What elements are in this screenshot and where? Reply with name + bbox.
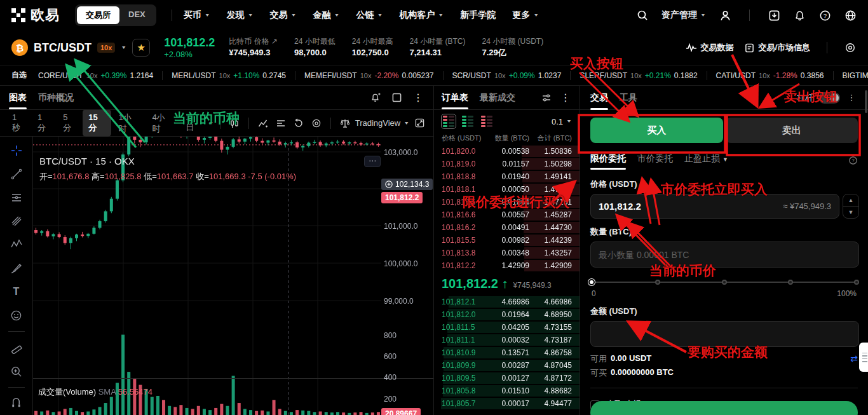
tab-orderbook[interactable]: 订单表 <box>442 86 468 109</box>
alert-bell-plus-icon[interactable] <box>369 92 381 104</box>
market-info-link[interactable]: 交易/市场信息 <box>745 42 810 53</box>
timeframe-5分[interactable]: 5分 <box>57 109 81 137</box>
orderbook-row[interactable]: 101,816.60.005571.45287 <box>434 208 580 221</box>
ruler-tool-icon[interactable] <box>9 340 24 355</box>
timeframe-1小时[interactable]: 1小时 <box>112 109 145 138</box>
menu-item[interactable]: 公链▼ <box>356 10 383 21</box>
view-asks-icon[interactable] <box>480 114 494 128</box>
tab-recent-trades[interactable]: 最新成交 <box>480 86 515 109</box>
mode-tab-交易所[interactable]: 交易所 <box>77 6 119 24</box>
orderbook-kebab-menu-icon[interactable]: ⋮ <box>559 92 572 104</box>
scale-icon[interactable] <box>337 116 353 131</box>
menu-item[interactable]: 更多▼ <box>512 10 539 21</box>
qty-input[interactable] <box>599 249 851 260</box>
orderbook-row[interactable]: 101,817.60.018641.47151 <box>434 196 580 208</box>
crosshair-tool-icon[interactable] <box>9 143 24 158</box>
price-increment-button[interactable]: ▲ <box>843 194 858 207</box>
orderbook-settings-icon[interactable] <box>540 92 553 104</box>
timeframe-chevron-icon[interactable]: ▼ <box>208 121 214 126</box>
timeframe-1秒[interactable]: 1秒 <box>6 109 31 137</box>
gann-lines-tool-icon[interactable] <box>9 190 24 205</box>
orderbook-row[interactable]: 101,818.10.000501.47201 <box>434 183 580 196</box>
pattern-tool-icon[interactable] <box>9 237 24 252</box>
favorite-star-button[interactable]: ★ <box>132 39 150 57</box>
trendline-tool-icon[interactable] <box>9 167 24 182</box>
orderbook-row[interactable]: 101,805.70.000174.94477 <box>434 397 580 410</box>
slider-handle[interactable] <box>588 279 595 285</box>
view-both-icon[interactable] <box>442 114 456 128</box>
price-input[interactable] <box>599 201 783 212</box>
notifications-bell-icon[interactable] <box>793 9 806 22</box>
orderbook-row[interactable]: 101,810.90.135714.86758 <box>434 346 580 359</box>
orderbook-row[interactable]: 101,809.50.001274.87172 <box>434 372 580 384</box>
replay-icon[interactable] <box>291 116 306 131</box>
orderbook-row[interactable]: 101,811.10.000324.73187 <box>434 334 580 346</box>
leverage-toggle[interactable] <box>818 92 840 104</box>
ticker-item[interactable]: CATI/USDT10x-1.28%0.3856 <box>707 71 833 80</box>
text-tool-icon[interactable]: T <box>9 284 24 299</box>
ticker-item[interactable]: BIGTIME/U <box>833 71 868 80</box>
orderbook-row[interactable]: 101,815.50.009821.44239 <box>434 234 580 247</box>
trading-data-link[interactable]: 交易数据 <box>686 42 733 53</box>
amount-input[interactable] <box>599 329 851 339</box>
orderbook-row[interactable]: 101,809.90.002874.87045 <box>434 359 580 372</box>
profile-icon[interactable] <box>719 9 731 22</box>
asset-manager-menu[interactable]: 资产管理▼ <box>661 10 706 21</box>
buy-tab-button[interactable]: 买入 <box>590 118 723 143</box>
indicators-icon[interactable] <box>255 116 271 131</box>
language-globe-icon[interactable] <box>844 9 857 22</box>
tab-trade[interactable]: 交易 <box>590 86 608 110</box>
tab-tools[interactable]: 工具 <box>620 86 637 110</box>
orderbook-row[interactable]: 101,812.14.669864.66986 <box>434 296 580 308</box>
tab-chart[interactable]: 图表 <box>9 86 27 109</box>
orderbook-row[interactable]: 101,812.21.429091.42909 <box>434 259 580 272</box>
feedback-widget[interactable] <box>859 343 868 372</box>
orderbook-row[interactable]: 101,820.00.005381.50836 <box>434 145 580 158</box>
tab-tp-sl-order[interactable]: 止盈止损 ▼ <box>684 153 728 170</box>
brush-tool-icon[interactable] <box>9 261 24 276</box>
ticker-item[interactable]: SLERF/USDT10x+0.21%0.1882 <box>570 71 706 80</box>
download-app-icon[interactable] <box>768 9 780 22</box>
orderbook-row[interactable]: 101,805.80.015104.88682 <box>434 384 580 397</box>
candle-style-icon[interactable] <box>227 116 242 131</box>
order-help-icon[interactable]: ? <box>848 156 858 167</box>
chart-settings-gear-icon[interactable] <box>309 116 324 131</box>
amount-slider[interactable] <box>592 278 857 287</box>
ticker-item[interactable]: SCR/USDT10x+0.09%1.0237 <box>443 71 571 80</box>
tab-market-order[interactable]: 市价委托 <box>637 153 673 170</box>
orderbook-last-price[interactable]: 101,812.2 ↑ ¥745,949.3 <box>434 272 580 296</box>
chart-kebab-menu-icon[interactable]: ⋮ <box>412 92 424 104</box>
price-decrement-button[interactable]: ▼ <box>843 207 858 218</box>
orderbook-row[interactable]: 101,811.50.042054.73155 <box>434 321 580 334</box>
timeframe-15分[interactable]: 15分 <box>83 109 111 137</box>
fullscreen-icon[interactable] <box>390 92 403 104</box>
menu-item[interactable]: 发现▼ <box>227 10 254 21</box>
pair-name[interactable]: BTC/USDT <box>34 41 92 55</box>
help-icon[interactable]: ? <box>818 9 831 22</box>
magnet-tool-icon[interactable] <box>9 396 24 411</box>
expand-icon[interactable] <box>412 116 427 131</box>
okx-logo[interactable]: 欧易 <box>11 6 60 25</box>
page-scrollbar[interactable] <box>865 90 867 113</box>
tab-limit-order[interactable]: 限价委托 <box>590 153 626 170</box>
orderbook-row[interactable]: 101,818.80.019401.49141 <box>434 170 580 183</box>
submit-buy-button[interactable] <box>590 401 858 415</box>
alert-price-badge[interactable]: 102,134.3 <box>381 179 433 190</box>
menu-item[interactable]: 交易▼ <box>270 10 297 21</box>
pitchfork-tool-icon[interactable] <box>9 214 24 229</box>
pair-selector-chevron-icon[interactable]: ▼ <box>121 45 126 50</box>
tab-coin-overview[interactable]: 币种概况 <box>38 86 74 109</box>
compare-icon[interactable] <box>273 116 288 131</box>
search-icon[interactable] <box>636 9 649 22</box>
settings-gear-icon[interactable] <box>844 41 857 54</box>
orderbook-row[interactable]: 101,812.00.019644.68950 <box>434 308 580 321</box>
tradingview-selector[interactable]: TradingView▼ <box>355 118 409 128</box>
orderbook-row[interactable]: 101,819.00.011571.50298 <box>434 158 580 170</box>
view-bids-icon[interactable] <box>461 114 475 128</box>
ticker-item[interactable]: CORE/USDT10x+0.39%1.2164 <box>38 71 162 80</box>
ticker-item[interactable]: MEMEFI/USDT10x-2.20%0.005237 <box>295 71 443 80</box>
trade-kebab-menu-icon[interactable]: ⋮ <box>845 92 858 104</box>
ticker-item[interactable]: MERL/USDT10x+1.10%0.2745 <box>162 71 295 80</box>
sell-tab-button[interactable]: 卖出 <box>726 118 858 143</box>
orderbook-row[interactable]: 101,813.80.003481.43257 <box>434 247 580 259</box>
